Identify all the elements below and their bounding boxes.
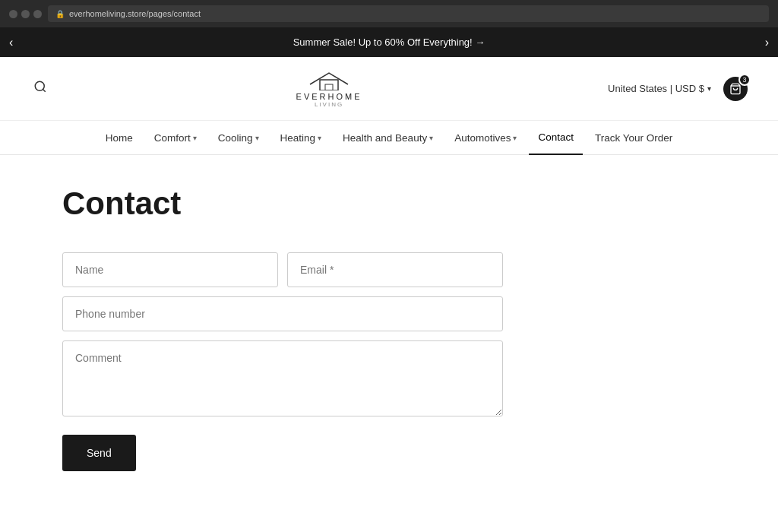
browser-url: everhomeliving.store/pages/contact (69, 9, 201, 18)
phone-input[interactable] (62, 296, 503, 331)
header-right: United States | USD $ ▾ 3 (608, 77, 748, 101)
browser-dot-yellow (21, 10, 30, 18)
name-input[interactable] (62, 252, 278, 287)
form-row-name-email (62, 252, 503, 287)
email-input[interactable] (287, 252, 503, 287)
nav-item-home[interactable]: Home (96, 122, 142, 154)
region-label: United States | USD $ (608, 83, 704, 94)
browser-dots (9, 10, 42, 18)
announcement-text: Summer Sale! Up to 60% Off Everything! → (293, 36, 485, 48)
send-button[interactable]: Send (62, 435, 136, 471)
announcement-bar: ‹ Summer Sale! Up to 60% Off Everything!… (0, 27, 778, 57)
nav-item-track-order[interactable]: Track Your Order (586, 122, 682, 154)
browser-chrome: 🔒 everhomeliving.store/pages/contact (0, 0, 778, 27)
comfort-chevron-icon: ▾ (193, 134, 197, 142)
svg-rect-3 (325, 84, 333, 90)
search-icon (33, 80, 47, 93)
site-header: EVERHOME LIVING United States | USD $ ▾ … (0, 57, 778, 121)
nav-item-contact[interactable]: Contact (529, 121, 583, 155)
logo-subtext: LIVING (315, 101, 343, 108)
nav-item-heating[interactable]: Heating ▾ (271, 122, 331, 154)
nav-item-automotives[interactable]: Automotives ▾ (445, 122, 526, 154)
cooling-chevron-icon: ▾ (255, 134, 259, 142)
svg-point-0 (35, 81, 44, 90)
automotives-chevron-icon: ▾ (513, 134, 517, 142)
region-chevron-icon: ▾ (707, 84, 711, 93)
comment-textarea[interactable] (62, 340, 503, 416)
main-nav: Home Comfort ▾ Cooling ▾ Heating ▾ Healt… (0, 121, 778, 155)
contact-form: Send (62, 252, 503, 471)
header-left (30, 77, 50, 100)
logo-text: EVERHOME (296, 92, 362, 101)
heating-chevron-icon: ▾ (318, 134, 321, 142)
svg-line-1 (43, 89, 45, 91)
cart-badge: 3 (738, 74, 751, 86)
cart-button[interactable]: 3 (723, 77, 748, 101)
logo-icon (306, 69, 352, 90)
lock-icon: 🔒 (55, 10, 65, 18)
announcement-next-button[interactable]: › (756, 36, 778, 49)
page-title: Contact (62, 185, 716, 222)
address-bar[interactable]: 🔒 everhomeliving.store/pages/contact (48, 5, 769, 22)
main-content: Contact Send (47, 155, 731, 517)
health-chevron-icon: ▾ (429, 134, 433, 142)
search-button[interactable] (30, 77, 50, 100)
form-row-phone (62, 296, 503, 331)
nav-item-cooling[interactable]: Cooling ▾ (209, 122, 268, 154)
announcement-prev-button[interactable]: ‹ (0, 36, 22, 49)
nav-item-comfort[interactable]: Comfort ▾ (145, 122, 206, 154)
region-selector[interactable]: United States | USD $ ▾ (608, 83, 711, 94)
logo[interactable]: EVERHOME LIVING (296, 69, 362, 108)
browser-dot-green (33, 10, 42, 18)
nav-item-health-beauty[interactable]: Health and Beauty ▾ (334, 122, 442, 154)
browser-dot-red (9, 10, 17, 18)
svg-rect-2 (320, 80, 338, 90)
